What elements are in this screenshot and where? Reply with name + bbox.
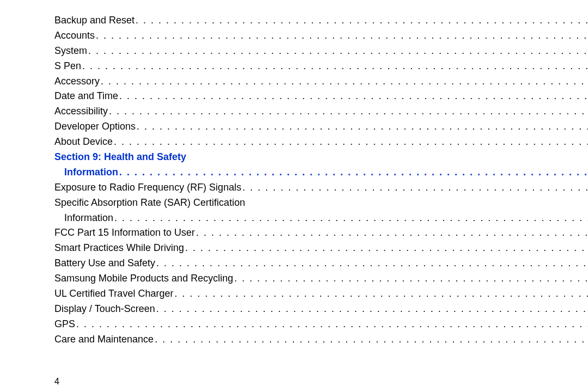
toc-leader-dots	[87, 44, 588, 59]
toc-entry-label: S Pen	[54, 59, 81, 74]
toc-entry-label: Samsung Mobile Products and Recycling	[54, 271, 233, 286]
toc-leader-dots	[108, 104, 588, 119]
toc-entry-label-line2: Information	[54, 211, 113, 226]
toc-section-heading-cont[interactable]: Information162	[54, 165, 588, 180]
toc-entry[interactable]: Battery Use and Safety170	[54, 256, 588, 271]
toc-section-label-line1: Section 9: Health and Safety	[54, 151, 186, 162]
toc-entry-cont[interactable]: Information167	[54, 211, 588, 226]
page-number: 4	[54, 377, 59, 387]
toc-entry[interactable]: Smart Practices While Driving169	[54, 241, 588, 256]
toc-entry-label: Accessibility	[54, 104, 108, 119]
toc-leader-dots	[113, 134, 588, 150]
toc-leader-dots	[100, 74, 588, 89]
toc-entry[interactable]: Display / Touch-Screen173	[54, 302, 588, 317]
toc-entry-label: Accessory	[54, 74, 100, 89]
toc-entry-label: Smart Practices While Driving	[54, 241, 184, 256]
toc-entry[interactable]: Date and Time154	[54, 89, 588, 104]
toc-leader-dots	[233, 271, 588, 286]
toc-entry-label: Date and Time	[54, 89, 118, 104]
toc-entry-label: Display / Touch-Screen	[54, 302, 155, 317]
toc-entry-label: Exposure to Radio Frequency (RF) Signals	[54, 180, 241, 195]
toc-entry[interactable]: S Pen152	[54, 59, 588, 74]
toc-entry[interactable]: UL Certified Travel Charger172	[54, 286, 588, 302]
toc-entry-label: FCC Part 15 Information to User	[54, 225, 195, 241]
toc-entry[interactable]: Specific Absorption Rate (SAR) Certifica…	[54, 195, 588, 211]
toc-entry-label: About Device	[54, 134, 113, 150]
toc-entry-label: Accounts	[54, 28, 95, 44]
toc-leader-dots	[195, 225, 588, 241]
toc-leader-dots	[95, 28, 588, 44]
toc-entry[interactable]: Samsung Mobile Products and Recycling172	[54, 271, 588, 286]
toc-entry-label: System	[54, 44, 87, 59]
toc-entry-label-line1: Specific Absorption Rate (SAR) Certifica…	[54, 197, 245, 208]
toc-entry[interactable]: System151	[54, 44, 588, 59]
toc-leader-dots	[241, 180, 588, 195]
toc-leader-dots	[113, 211, 588, 226]
toc-leader-dots	[184, 241, 588, 256]
toc-entry-label: Care and Maintenance	[54, 332, 154, 347]
toc-page: Backup and Reset150Accounts151System151S…	[0, 0, 588, 392]
toc-leader-dots	[154, 332, 588, 347]
toc-entry-label: UL Certified Travel Charger	[54, 286, 173, 302]
toc-entry[interactable]: Exposure to Radio Frequency (RF) Signals…	[54, 180, 588, 195]
toc-entry[interactable]: Accounts151	[54, 28, 588, 44]
toc-entry-label: Battery Use and Safety	[54, 256, 155, 271]
toc-leader-dots	[118, 165, 588, 180]
toc-entry[interactable]: Backup and Reset150	[54, 13, 588, 28]
toc-leader-dots	[155, 256, 588, 271]
toc-leader-dots	[136, 119, 588, 134]
toc-entry[interactable]: FCC Part 15 Information to User169	[54, 225, 588, 241]
toc-leader-dots	[155, 302, 588, 317]
toc-leader-dots	[134, 13, 588, 28]
toc-entry[interactable]: Care and Maintenance174	[54, 332, 588, 347]
toc-entry-label: Developer Options	[54, 119, 136, 134]
toc-entry[interactable]: Developer Options157	[54, 119, 588, 134]
toc-entry[interactable]: About Device161	[54, 134, 588, 150]
toc-entry-label: Backup and Reset	[54, 13, 134, 28]
toc-section-label-line2: Information	[54, 165, 118, 180]
toc-leader-dots	[81, 59, 588, 74]
toc-leader-dots	[118, 89, 588, 104]
toc-section-heading[interactable]: Section 9: Health and Safety	[54, 150, 588, 165]
toc-leader-dots	[75, 317, 588, 332]
toc-column-left: Backup and Reset150Accounts151System151S…	[54, 13, 588, 387]
toc-entry[interactable]: Accessibility154	[54, 104, 588, 119]
toc-entry[interactable]: GPS173	[54, 317, 588, 332]
toc-entry-label: GPS	[54, 317, 75, 332]
toc-leader-dots	[173, 286, 588, 302]
toc-entry[interactable]: Accessory153	[54, 74, 588, 89]
